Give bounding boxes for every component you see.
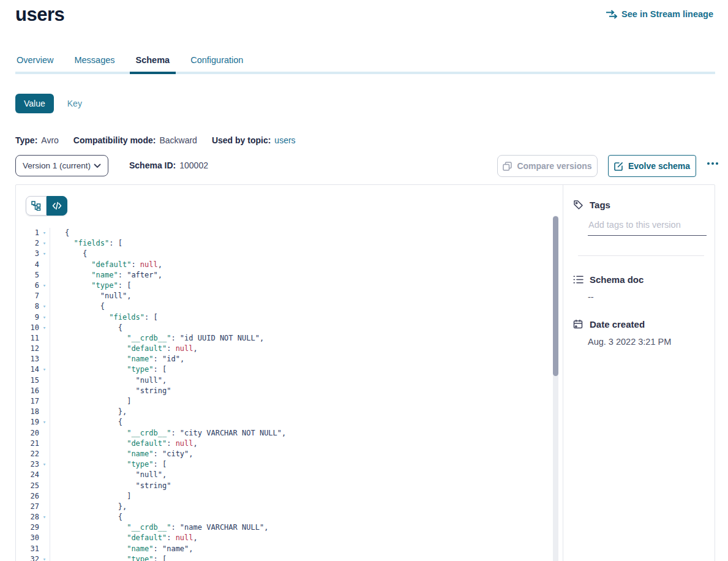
code-text: "string" [50, 481, 558, 491]
line-number: 12 [16, 344, 39, 354]
line-number: 20 [16, 428, 39, 439]
code-line: 29 "__crdb__": "name VARCHAR NULL", [16, 522, 558, 533]
tab-configuration[interactable]: Configuration [189, 55, 244, 73]
value-key-toggle: Value Key [15, 94, 82, 113]
tab-bar: Overview Messages Schema Configuration [15, 55, 244, 73]
collapse-arrow-placeholder [39, 502, 50, 512]
key-tab-link[interactable]: Key [67, 99, 82, 108]
code-line: 19▾ { [16, 417, 558, 427]
collapse-arrow-icon[interactable]: ▾ [39, 312, 50, 323]
code-text: { [50, 512, 558, 522]
code-view-button[interactable] [47, 196, 67, 216]
collapse-arrow-icon[interactable]: ▾ [39, 323, 50, 333]
code-line: 9▾ "fields": [ [16, 312, 558, 323]
doc-list-icon [573, 275, 584, 284]
collapse-arrow-placeholder [39, 333, 50, 344]
schema-code-viewer[interactable]: 1▾{2▾ "fields": [3▾ {4 "default": null,5… [16, 228, 558, 561]
collapse-arrow-icon[interactable]: ▾ [39, 280, 50, 291]
calendar-add-icon [573, 319, 584, 329]
version-select-value: Version 1 (current) [23, 161, 91, 170]
code-line: 23▾ "type": [ [16, 459, 558, 470]
evolve-schema-button[interactable]: Evolve schema [608, 155, 696, 177]
line-number: 2 [16, 238, 39, 249]
code-scrollbar-thumb[interactable] [553, 216, 558, 376]
tag-icon [573, 200, 584, 210]
code-text: "null", [50, 291, 558, 301]
value-tab-button[interactable]: Value [15, 94, 54, 113]
code-text: "default": null, [50, 533, 558, 543]
collapse-arrow-icon[interactable]: ▾ [39, 554, 50, 561]
collapse-arrow-icon[interactable]: ▾ [39, 249, 50, 259]
line-number: 5 [16, 270, 39, 280]
collapse-arrow-icon[interactable]: ▾ [39, 238, 50, 249]
version-toolbar: Version 1 (current) Schema ID: 100002 Co… [15, 155, 715, 177]
collapse-arrow-icon[interactable]: ▾ [39, 364, 50, 375]
type-label: Type: [15, 135, 37, 145]
line-number: 13 [16, 354, 39, 364]
line-number: 17 [16, 396, 39, 407]
collapse-arrow-placeholder [39, 544, 50, 554]
line-number: 24 [16, 470, 39, 480]
line-number: 22 [16, 449, 39, 459]
add-tags-input[interactable] [588, 220, 707, 236]
collapse-arrow-icon[interactable]: ▾ [39, 459, 50, 470]
version-select[interactable]: Version 1 (current) [15, 155, 108, 176]
tab-schema[interactable]: Schema [135, 55, 171, 73]
code-line: 21 "default": null, [16, 439, 558, 449]
collapse-arrow-placeholder [39, 481, 50, 491]
code-line: 3▾ { [16, 249, 558, 259]
code-text: { [50, 249, 558, 259]
schema-id: Schema ID: 100002 [129, 160, 208, 170]
schema-sidebar: Tags Schema doc -- [563, 185, 715, 561]
code-line: 1▾{ [16, 228, 558, 238]
line-number: 7 [16, 291, 39, 301]
tree-view-icon [31, 201, 41, 211]
code-text: }, [50, 502, 558, 512]
tab-overview[interactable]: Overview [15, 55, 54, 73]
code-text: }, [50, 407, 558, 417]
meta-compatibility: Compatibility mode: Backward [73, 135, 197, 145]
stream-lineage-icon [606, 10, 617, 19]
code-text: "default": null, [50, 344, 558, 354]
code-view-icon [52, 201, 62, 210]
compare-versions-label: Compare versions [517, 161, 591, 171]
code-lines: 1▾{2▾ "fields": [3▾ {4 "default": null,5… [16, 228, 558, 561]
line-number: 26 [16, 491, 39, 502]
collapse-arrow-placeholder [39, 375, 50, 386]
collapse-arrow-icon[interactable]: ▾ [39, 228, 50, 238]
code-line: 28▾ { [16, 512, 558, 522]
code-text: "__crdb__": "id UUID NOT NULL", [50, 333, 558, 344]
code-text: "name": "name", [50, 544, 558, 554]
code-line: 25 "string" [16, 481, 558, 491]
used-by-topic-link[interactable]: users [274, 135, 295, 145]
line-number: 21 [16, 439, 39, 449]
code-line: 31 "name": "name", [16, 544, 558, 554]
code-text: "default": null, [50, 260, 558, 270]
code-line: 24 "null", [16, 470, 558, 480]
stream-lineage-label: See in Stream lineage [621, 9, 713, 19]
code-line: 8▾ { [16, 301, 558, 312]
collapse-arrow-icon[interactable]: ▾ [39, 301, 50, 312]
line-number: 14 [16, 364, 39, 375]
type-value: Avro [41, 135, 59, 145]
collapse-arrow-placeholder [39, 396, 50, 407]
code-line: 27 }, [16, 502, 558, 512]
tags-section-heading: Tags [573, 200, 707, 210]
edit-icon [614, 162, 623, 171]
line-number: 31 [16, 544, 39, 554]
collapse-arrow-placeholder [39, 533, 50, 543]
collapse-arrow-placeholder [39, 428, 50, 439]
collapse-arrow-icon[interactable]: ▾ [39, 512, 50, 522]
code-text: "name": "after", [50, 270, 558, 280]
code-line: 6▾ "type": [ [16, 280, 558, 291]
tree-view-button[interactable] [26, 196, 47, 216]
see-in-stream-lineage-link[interactable]: See in Stream lineage [606, 9, 713, 19]
code-text: "null", [50, 375, 558, 386]
schema-panel: 1▾{2▾ "fields": [3▾ {4 "default": null,5… [15, 184, 715, 561]
tab-underbar [15, 72, 715, 74]
collapse-arrow-icon[interactable]: ▾ [39, 417, 50, 427]
compare-versions-button[interactable]: Compare versions [497, 155, 598, 177]
schema-doc-heading: Schema doc [573, 274, 707, 285]
more-options-button[interactable] [704, 159, 722, 168]
tab-messages[interactable]: Messages [73, 55, 116, 73]
